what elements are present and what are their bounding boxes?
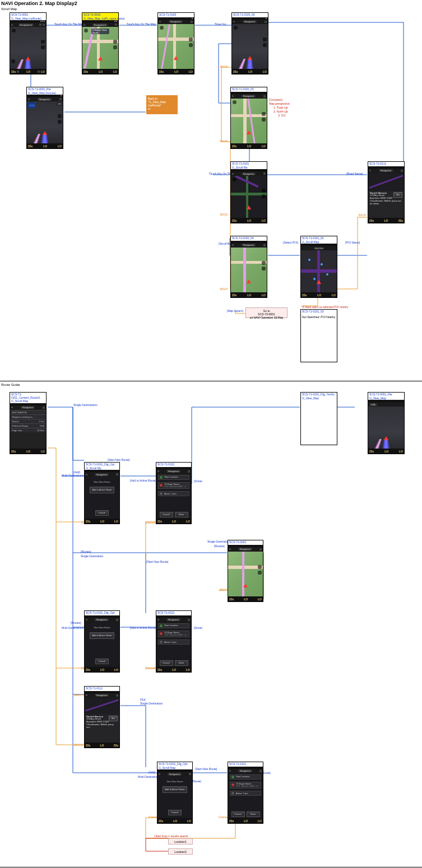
location-1-box[interactable]: Location1 (168, 838, 193, 844)
back-icon[interactable] (86, 474, 87, 475)
menu-button[interactable] (11, 59, 15, 63)
back-icon[interactable] (159, 773, 160, 775)
screen-scs-71-0201[interactable]: SCS-71-0201 Navigation 22sLOLO (228, 540, 263, 602)
nav-bar[interactable]: Navigation (157, 772, 192, 776)
nav-icon[interactable] (263, 244, 266, 246)
nav-title[interactable]: Navigation (243, 20, 257, 23)
screen-scs-71-0100-04[interactable]: SCS-71-0100_04 Navigation 22sLOLO (230, 236, 267, 298)
list-item-start[interactable]: Start Location (230, 774, 261, 780)
climate-bar[interactable]: 22sLOLO (85, 667, 119, 672)
zoom-in-button[interactable] (58, 114, 62, 118)
screen-dlg-opt-1[interactable]: SCS-71-0101_Dlg_Opt G_Scroll Mp Navigati… (84, 462, 120, 524)
nav-bar[interactable]: Navigation (231, 243, 267, 248)
back-icon[interactable] (229, 548, 231, 550)
cancel-button[interactable]: Cancel (160, 660, 173, 666)
nav-bar[interactable]: Navigation (85, 472, 119, 477)
go-button[interactable]: Go (393, 192, 402, 198)
nav-title[interactable]: Navigation (166, 470, 180, 473)
screen-scs-71-0121-a[interactable]: SCS-71-0121 Navigation Start Location 75… (156, 462, 192, 524)
map-3d[interactable] (368, 407, 404, 449)
cancel-button[interactable]: Cancel (95, 659, 109, 664)
nav-bar[interactable]: Navigation (156, 469, 191, 474)
nav-icon[interactable] (259, 770, 262, 772)
temp-left[interactable]: 22s (11, 70, 16, 73)
add-active-route-button[interactable]: Add to Active Route (90, 487, 114, 493)
zoom-in-button[interactable] (263, 38, 267, 41)
map-2d[interactable] (231, 99, 267, 144)
map-2d[interactable]: 2 Mercer Yard South (82, 27, 118, 69)
nav-title[interactable]: Navigation (379, 169, 393, 172)
nav-icon[interactable] (263, 172, 266, 175)
nav-bar[interactable]: Navigation (228, 547, 263, 552)
nav-icon[interactable] (259, 548, 262, 550)
back-icon[interactable] (157, 619, 159, 620)
screen-scs-71-0101-dlg-yesno[interactable]: SCS-71-0101_Dlg_YesNo G_View_Map (300, 392, 337, 445)
screen-dlg-opt-3[interactable]: SCS-71-0101_Dlg_Opt G_Scroll Map Navigat… (157, 762, 193, 824)
nav-title[interactable]: Navigation (238, 548, 252, 550)
cancel-button[interactable]: Cancel (160, 512, 173, 517)
screen-scs-71-0101-content[interactable]: SCS-71-0101_Content_RouteG. G_Scroll Map… (10, 392, 47, 454)
back-icon[interactable] (157, 470, 159, 472)
list-item-dest[interactable]: 75 Rope StreetXYZ Junction 6087 - 0 (158, 482, 189, 489)
option-waypoint[interactable]: Waypoint working ro... (10, 414, 46, 419)
nav-bar[interactable]: Navigation (232, 20, 268, 24)
zoom-in-button[interactable] (41, 40, 45, 44)
option-routes[interactable]: Routes6 km (10, 419, 46, 423)
nav-icon[interactable] (59, 98, 62, 100)
list-item-dest[interactable]: 75 Rope StreetXYZ Junction 6087 - 0 (158, 631, 189, 638)
add-active-route-button[interactable]: Add to Active Route (90, 632, 114, 639)
climate-bar[interactable]: 22sLOLO (301, 292, 337, 297)
goto-note-box[interactable]: Go to SCS-73-0001 on NAVI Operation 16.M… (245, 307, 287, 318)
climate-bar[interactable]: 22sLOLO (368, 449, 404, 454)
seat-icon[interactable] (17, 71, 19, 73)
back-icon[interactable] (232, 244, 234, 246)
nav-icon[interactable] (116, 619, 118, 621)
nav-title[interactable]: Navigation (95, 473, 109, 476)
cancel-button[interactable]: Cancel (168, 810, 182, 815)
screen-scs-71-0010[interactable]: SCS-71-0010 G_View_Map_noRt_noact.button… (82, 12, 119, 74)
nav-bar[interactable]: Navigation ▾ (82, 22, 118, 27)
nav-title[interactable]: Navigation (242, 172, 256, 175)
back-icon[interactable] (11, 407, 13, 408)
nav-bar[interactable]: Navigation (27, 97, 63, 101)
nav-icon[interactable] (115, 24, 117, 26)
nav-bar[interactable]: Navigation (231, 171, 267, 176)
map-dark[interactable] (231, 176, 267, 218)
add-active-route-button[interactable]: Add to Active Route (163, 786, 187, 793)
nav-icon[interactable] (188, 619, 190, 621)
climate-bar[interactable]: 22sLOLO (228, 596, 263, 601)
compass-icon[interactable] (84, 29, 88, 32)
location-2-box[interactable]: Location2 (168, 848, 193, 855)
nav-icon[interactable] (191, 21, 193, 23)
nav-title[interactable]: Navigation ▾ (92, 24, 108, 26)
zoom-in-button[interactable] (189, 38, 193, 41)
compass-icon[interactable] (233, 178, 236, 181)
nav-title[interactable]: Navigation ▾ (18, 24, 34, 26)
nav-bar[interactable]: Navigation (85, 618, 119, 622)
nav-bar[interactable]: Navigation (10, 405, 46, 410)
climate-bar[interactable]: 22sLOLO (158, 69, 194, 74)
map-preview[interactable] (368, 173, 404, 191)
list-item-dest[interactable]: 75 Rope StreetXYZ Junction 6087 - 0 (230, 782, 261, 789)
back-icon[interactable] (84, 24, 85, 26)
back-icon[interactable] (232, 95, 234, 97)
zoom-out-button[interactable] (262, 194, 266, 198)
screen-scs-71-0100-03[interactable]: SCS-71-0100_03 Navigation 22sLOLO (230, 87, 267, 149)
nav-title[interactable]: Navigation (21, 406, 35, 409)
zoom-out-button[interactable] (262, 118, 266, 122)
climate-bar[interactable]: 22sLOLO (231, 218, 267, 223)
poi-map[interactable] (301, 250, 337, 292)
back-icon[interactable] (28, 99, 30, 100)
nav-title[interactable]: Navigation (166, 618, 180, 621)
nav-icon[interactable] (265, 21, 267, 23)
nav-title[interactable]: Navigation (95, 618, 109, 621)
compass-icon[interactable] (234, 26, 238, 30)
screen-dlg-opt-2[interactable]: SCS-71-0101_Dlg_Opt Navigation Start New… (84, 610, 120, 673)
zoom-out-button[interactable] (263, 43, 267, 47)
temp-left[interactable]: 22s (84, 70, 88, 73)
climate-bar[interactable]: 22s LO LO (10, 69, 46, 74)
zoom-out-button[interactable] (113, 45, 117, 49)
nav-bar[interactable]: LSB (368, 402, 404, 407)
screen-scs-71-0121-b[interactable]: SCS-71-0121 Navigation Start Location 75… (156, 610, 192, 673)
nav-bar[interactable]: Navigation (231, 94, 267, 99)
